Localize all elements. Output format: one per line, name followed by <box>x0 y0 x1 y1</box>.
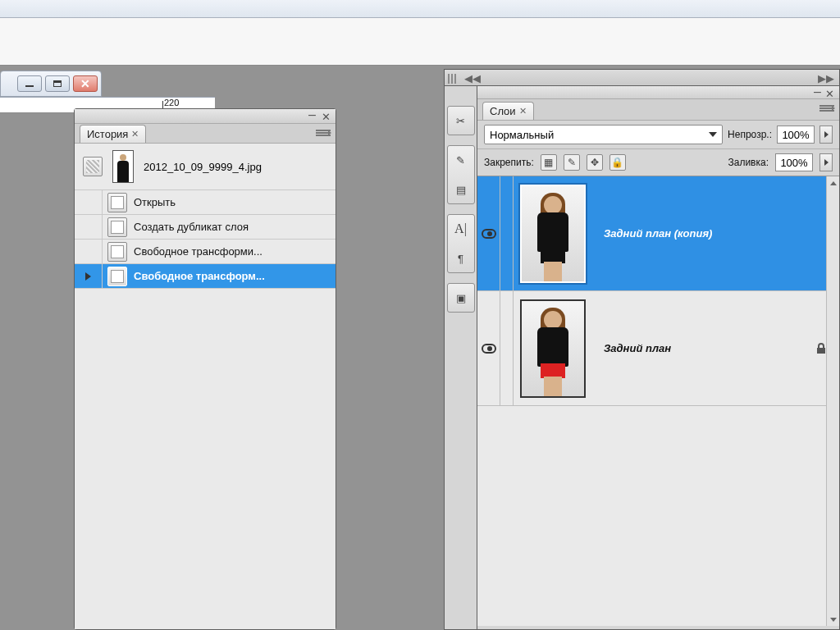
layer-visibility-toggle[interactable] <box>477 291 500 405</box>
history-state-row[interactable]: Открыть <box>75 190 336 215</box>
tools-icon[interactable]: ✂︎ <box>450 110 472 131</box>
layers-panel-header[interactable]: – ✕ <box>477 86 839 99</box>
document-window-controls: ✕ <box>0 71 102 97</box>
history-state-icon <box>107 217 127 237</box>
layer-link-gutter[interactable] <box>500 291 514 405</box>
snapshot-filename: 2012_10_09_9999_4.jpg <box>144 161 262 173</box>
right-dock: ✂︎ ✎ ▤ A| ¶ ▣ – ✕ Слои ✕ Нормальный <box>444 85 840 630</box>
history-state-icon <box>107 242 127 262</box>
fill-flyout-button[interactable] <box>819 153 833 171</box>
layers-tabbar: Слои ✕ <box>477 99 839 121</box>
ruler-label: 220 <box>164 98 179 107</box>
eye-icon <box>482 229 496 239</box>
panel-minimize-icon[interactable]: – <box>814 88 821 96</box>
history-state-label: Свободное трансформ... <box>134 270 265 282</box>
layers-tab-label: Слои <box>490 105 516 117</box>
history-body: 2012_10_09_9999_4.jpg Открыть Создать ду… <box>75 144 336 629</box>
layer-list-scrollbar[interactable] <box>826 176 839 626</box>
lock-all-icon[interactable]: 🔒 <box>609 154 626 171</box>
lock-position-icon[interactable]: ✥ <box>587 154 603 171</box>
opacity-value: 100% <box>782 129 809 141</box>
fill-label: Заливка: <box>728 157 769 168</box>
lock-image-icon[interactable]: ✎ <box>564 154 580 171</box>
layers-panel: – ✕ Слои ✕ Нормальный Непрозр.: 100% Зак… <box>477 85 840 630</box>
character-icon[interactable]: A| <box>450 218 472 240</box>
history-state-icon <box>107 267 127 286</box>
layer-list: Задний план (копия) Задний план <box>477 176 839 626</box>
scroll-up-button[interactable] <box>827 176 839 189</box>
history-snapshot-row[interactable]: 2012_10_09_9999_4.jpg <box>75 144 336 190</box>
history-state-row[interactable]: Создать дубликат слоя <box>75 215 336 240</box>
eye-icon <box>482 344 496 354</box>
history-state-gutter <box>75 190 103 214</box>
dock-nav-right[interactable]: ▶▶ <box>818 72 834 84</box>
tab-close-icon[interactable]: ✕ <box>131 129 139 139</box>
chevron-down-icon <box>709 132 717 137</box>
opacity-flyout-button[interactable] <box>819 126 833 144</box>
lock-transparent-icon[interactable]: ▦ <box>541 154 557 171</box>
blend-mode-row: Нормальный Непрозр.: 100% <box>477 121 839 149</box>
history-tab-label: История <box>87 128 128 140</box>
panel-close-icon[interactable]: ✕ <box>322 111 331 123</box>
history-tab[interactable]: История ✕ <box>80 125 146 143</box>
history-panel-header[interactable]: – ✕ <box>75 109 336 124</box>
snapshot-icon <box>83 157 103 176</box>
layer-row[interactable]: Задний план <box>477 291 839 406</box>
dock-nav-left[interactable]: ◀◀ <box>464 72 481 84</box>
snapshot-thumbnail <box>112 150 134 183</box>
layer-link-gutter[interactable] <box>500 176 514 290</box>
layer-thumbnail[interactable] <box>520 299 586 398</box>
opacity-label: Непрозр.: <box>728 129 772 140</box>
layer-thumbnail[interactable] <box>520 185 586 283</box>
history-state-current-marker <box>75 264 103 288</box>
history-state-label: Свободное трансформи... <box>134 245 262 258</box>
scroll-down-button[interactable] <box>827 613 839 626</box>
fill-input[interactable]: 100% <box>775 153 813 171</box>
history-state-gutter <box>75 215 103 239</box>
swatches-icon[interactable]: ▤ <box>450 179 472 200</box>
layers-tab[interactable]: Слои ✕ <box>482 102 534 120</box>
history-state-gutter <box>75 240 103 263</box>
paragraph-icon[interactable]: ¶ <box>450 248 472 269</box>
blend-mode-select[interactable]: Нормальный <box>484 125 723 144</box>
dock-icon-rail: ✂︎ ✎ ▤ A| ¶ ▣ <box>444 85 477 630</box>
app-menubar <box>0 0 840 18</box>
history-panel: – ✕ История ✕ 2012_10_09_9999_4.jpg Откр… <box>74 108 336 630</box>
lock-label: Закрепить: <box>484 157 534 168</box>
window-close-button[interactable]: ✕ <box>73 75 98 92</box>
layer-visibility-toggle[interactable] <box>477 176 500 290</box>
fill-value: 100% <box>780 157 807 169</box>
blend-mode-value: Нормальный <box>490 129 554 141</box>
opacity-input[interactable]: 100% <box>777 126 815 144</box>
layer-name[interactable]: Задний план (копия) <box>604 227 712 240</box>
window-maximize-button[interactable] <box>45 75 70 92</box>
history-state-row[interactable]: Свободное трансформ... <box>75 264 336 289</box>
dock-grip-icon[interactable] <box>445 74 461 84</box>
history-state-row[interactable]: Свободное трансформи... <box>75 240 336 264</box>
panel-menu-icon[interactable] <box>316 129 331 139</box>
panel-minimize-icon[interactable]: – <box>308 111 316 119</box>
history-tabbar: История ✕ <box>75 124 336 144</box>
panel-menu-icon[interactable] <box>819 104 834 114</box>
brushes-icon[interactable]: ✎ <box>450 149 472 171</box>
layer-name[interactable]: Задний план <box>604 342 671 354</box>
tab-close-icon[interactable]: ✕ <box>519 106 527 116</box>
layer-comps-icon[interactable]: ▣ <box>450 287 472 308</box>
history-state-label: Открыть <box>134 196 176 208</box>
lock-row: Закрепить: ▦ ✎ ✥ 🔒 Заливка: 100% <box>477 149 839 176</box>
window-minimize-button[interactable] <box>17 75 42 92</box>
panel-close-icon[interactable]: ✕ <box>825 88 834 100</box>
options-bar-area <box>0 18 840 66</box>
history-state-icon <box>107 193 127 212</box>
layer-row[interactable]: Задний план (копия) <box>477 176 839 291</box>
history-state-label: Создать дубликат слоя <box>134 221 249 233</box>
dock-header[interactable]: ◀◀ ▶▶ <box>444 69 840 87</box>
